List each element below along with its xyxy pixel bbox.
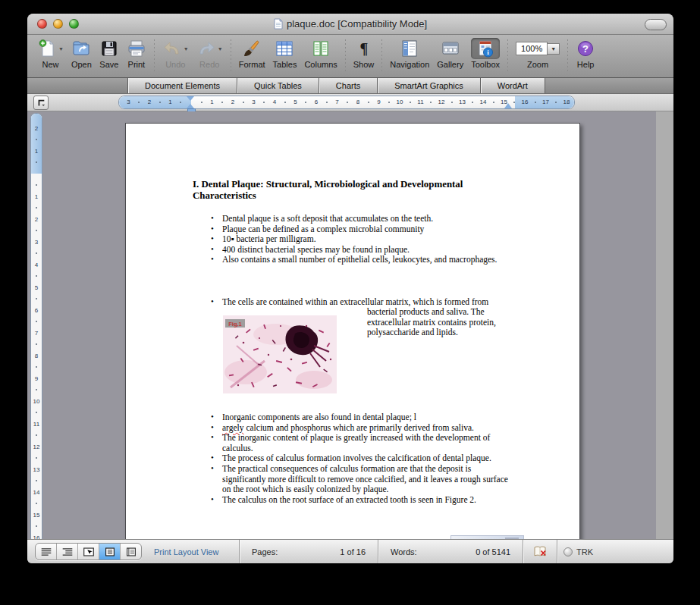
spelling-book-icon [533,546,547,557]
toolbar-separator [345,39,346,71]
list-item: The calculus on the root surface of an e… [209,495,589,506]
undo-dropdown-arrow[interactable]: ▼ [184,46,189,52]
open-folder-icon [71,39,91,58]
list-item: argely calcium and phosphorus which are … [209,423,589,434]
list-item: 400 distinct bacterial species may be fo… [209,245,589,255]
paintbrush-icon [242,39,262,58]
tab-smartart-graphics[interactable]: SmartArt Graphics [378,78,480,93]
horizontal-ruler: 321123456789101112131415161718 [118,96,575,109]
svg-text:?: ? [582,43,589,55]
save-floppy-icon [99,39,119,58]
vertical-ruler: 2112345678910111213141516 [30,113,42,544]
figure1-label: Fig.1 [228,321,242,328]
save-button[interactable]: Save [96,37,123,70]
word-window: plaque.doc [Compatibility Mode] ▼ New Op… [27,14,673,563]
print-layout-view-button[interactable] [99,544,121,560]
status-bar: Print Layout View Pages: 1 of 16 Words: … [27,539,673,563]
close-button[interactable] [37,19,47,29]
tab-charts[interactable]: Charts [319,78,378,93]
pages-indicator[interactable]: Pages: 1 of 16 [240,547,378,556]
spelling-status-button[interactable] [523,546,557,557]
list-item: Dental plaque is a soft deposit that acc… [209,214,589,224]
table-grid-icon [275,39,294,58]
toolbar-separator [154,39,155,71]
track-changes-toggle[interactable]: TRK [557,547,593,556]
zoom-dropdown-button[interactable]: ▼ [548,43,560,55]
track-changes-indicator-icon [563,547,573,556]
outline-view-button[interactable] [57,544,78,560]
undo-arrow-icon [162,39,182,58]
document-page[interactable]: I. Dental Plaque: Structural, Microbiolo… [125,123,580,544]
first-line-indent-marker[interactable] [187,96,194,101]
word-count-indicator[interactable]: Words: 0 of 5141 [378,547,523,556]
list-item: Also contains a small number of epitheli… [209,255,589,265]
tab-document-elements[interactable]: Document Elements [128,78,237,93]
gallery-filler [545,78,673,93]
new-document-icon [37,39,57,58]
pilcrow-icon: ¶ [354,39,374,58]
undo-button[interactable]: ▼ Undo [159,37,193,70]
view-switcher [35,543,142,560]
view-mode-label: Print Layout View [142,547,239,556]
draft-view-button[interactable] [36,544,57,560]
zoom-control: 100%▼ Zoom [512,37,563,70]
publishing-layout-view-button[interactable] [78,544,99,560]
standard-toolbar: ▼ New Open Save Print ▼ Undo ▼ Redo Form… [27,35,673,77]
toolbar-separator [567,39,568,71]
toolbar-toggle-pill[interactable] [645,19,667,30]
new-dropdown-arrow[interactable]: ▼ [58,46,64,52]
print-button[interactable]: Print [123,37,150,70]
title-bar[interactable]: plaque.doc [Compatibility Mode] [27,14,673,35]
right-indent-marker[interactable] [504,103,512,108]
gallery-window-icon [441,39,460,58]
columns-icon [311,39,331,58]
list-item: The cells are contained within an extrac… [209,297,589,308]
redo-dropdown-arrow[interactable]: ▼ [218,46,223,52]
list-item: The process of calculus formation involv… [209,453,589,464]
zoom-window-button[interactable] [69,19,79,29]
open-button[interactable]: Open [67,37,96,70]
toolbox-info-icon: i [476,39,495,58]
ruler-text-area [191,96,515,108]
document-icon [274,18,283,30]
svg-text:¶: ¶ [359,40,368,57]
show-button[interactable]: ¶ Show [350,37,378,70]
list-item: The practical consequences of calculus f… [209,464,589,495]
toolbar-separator [381,39,382,71]
misspelled-word: argely [222,423,244,432]
figure1-plaque-micrograph[interactable]: Fig.1 [223,315,337,393]
elements-gallery-bar: Document Elements Quick Tables Charts Sm… [27,77,673,94]
help-icon: ? [576,39,595,58]
notebook-layout-view-button[interactable] [121,544,141,560]
tab-stop-icon [36,99,46,108]
list-item: 10▪ bacteria per milligram. [209,234,589,245]
new-button[interactable]: ▼ New [33,37,67,70]
wrapped-text-beside-figure: bacterial products and saliva. The extra… [367,307,526,338]
vertical-ruler-top-margin [31,114,42,174]
list-item: Plaque can be defined as a complex micro… [209,224,589,235]
document-area: 2112345678910111213141516 I. Dental Plaq… [27,111,656,544]
toolbar-separator [507,39,508,71]
ruler-row: 321123456789101112131415161718 [27,94,673,111]
zoom-value-field[interactable]: 100% [516,42,548,55]
traffic-lights [37,19,79,29]
columns-button[interactable]: Columns [300,37,341,70]
tab-quick-tables[interactable]: Quick Tables [237,78,319,93]
list-item: Inorganic components are also found in d… [209,412,589,423]
tab-wordart[interactable]: WordArt [481,78,545,93]
navigation-button[interactable]: Navigation [386,37,433,70]
bullet-list-2: Inorganic components are also found in d… [209,412,589,505]
window-title: plaque.doc [Compatibility Mode] [287,18,427,30]
tables-button[interactable]: Tables [269,37,301,70]
gallery-spacer [27,78,128,93]
format-button[interactable]: Format [235,37,269,70]
bullet-list-1: Dental plaque is a soft deposit that acc… [209,214,589,265]
navigation-pane-icon [400,39,419,58]
toolbox-button[interactable]: i Toolbox [467,37,504,70]
help-button[interactable]: ? Help [572,37,599,70]
redo-button[interactable]: ▼ Redo [193,37,227,70]
minimize-button[interactable] [53,19,63,29]
gallery-button[interactable]: Gallery [433,37,467,70]
tab-stop-selector-button[interactable] [33,96,49,110]
redo-arrow-icon [196,39,216,58]
